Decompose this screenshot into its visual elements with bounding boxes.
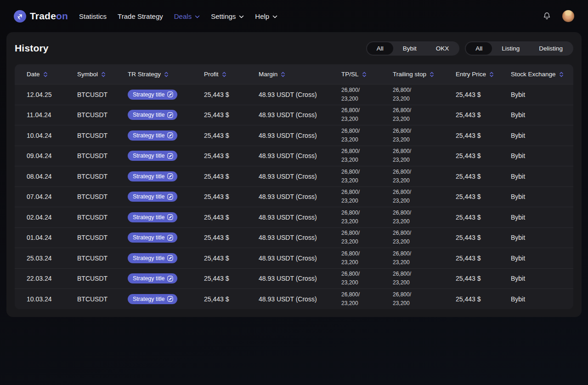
- strategy-badge[interactable]: Strategy title: [128, 151, 177, 161]
- strategy-badge[interactable]: Strategy title: [128, 273, 177, 283]
- cell-entry-price: 25,443 $: [456, 111, 511, 119]
- cell-tpsl: 26,800/ 23,200: [341, 106, 393, 124]
- cell-symbol: BTCUSDT: [77, 152, 128, 159]
- column-label: TR Strategy: [128, 71, 161, 78]
- cell-strategy: Strategy title: [128, 110, 204, 120]
- cell-entry-price: 25,443 $: [456, 234, 511, 241]
- column-header-margin[interactable]: Margin: [259, 71, 341, 78]
- table-header-row: Date Symbol TR Strategy Profit Margin: [15, 64, 573, 84]
- tp-value: 26,800/: [341, 188, 393, 197]
- trailing-tp-value: 26,800/: [393, 168, 456, 176]
- nav-item-label: Deals: [174, 12, 192, 20]
- cell-stock-exchange: Bybit: [511, 214, 573, 221]
- cell-date: 12.04.25: [27, 91, 77, 98]
- strategy-badge[interactable]: Strategy title: [128, 232, 177, 243]
- brand[interactable]: Tradeon: [14, 10, 68, 23]
- edit-icon: [167, 194, 173, 200]
- cell-trailing-stop: 26,800/ 23,200: [393, 147, 456, 164]
- listing-filter-all[interactable]: All: [466, 42, 492, 55]
- sl-value: 23,200: [341, 258, 393, 267]
- nav-item-statistics[interactable]: Statistics: [79, 10, 107, 23]
- nav-item-deals[interactable]: Deals: [174, 10, 200, 23]
- cell-trailing-stop: 26,800/ 23,200: [393, 168, 456, 185]
- column-header-date[interactable]: Date: [27, 71, 77, 78]
- column-header-profit[interactable]: Profit: [204, 71, 259, 78]
- column-header-tr-strategy[interactable]: TR Strategy: [128, 71, 204, 78]
- nav-item-label: Help: [255, 12, 269, 20]
- exchange-filter-bybit[interactable]: Bybit: [393, 42, 426, 55]
- listing-filter-delisting[interactable]: Delisting: [529, 42, 572, 55]
- cell-strategy: Strategy title: [128, 192, 204, 202]
- cell-margin: 48.93 USDT (Cross): [259, 234, 341, 241]
- tp-value: 26,800/: [341, 229, 393, 238]
- strategy-badge[interactable]: Strategy title: [128, 171, 177, 181]
- nav-item-help[interactable]: Help: [255, 10, 277, 23]
- trailing-tp-value: 26,800/: [393, 209, 456, 217]
- tp-value: 26,800/: [341, 106, 393, 115]
- cell-stock-exchange: Bybit: [511, 152, 573, 159]
- exchange-filter-all[interactable]: All: [367, 42, 393, 55]
- nav-item-trade-strategy[interactable]: Trade Strategy: [118, 10, 163, 23]
- column-header-entry-price[interactable]: Entry Price: [456, 71, 511, 78]
- strategy-badge[interactable]: Strategy title: [128, 192, 177, 202]
- nav-item-settings[interactable]: Settings: [211, 10, 244, 23]
- listing-filter-listing[interactable]: Listing: [492, 42, 529, 55]
- column-header-trailing-stop[interactable]: Trailing stop: [393, 71, 456, 78]
- trailing-sl-value: 23,200: [393, 136, 456, 144]
- cell-strategy: Strategy title: [128, 130, 204, 141]
- sl-value: 23,200: [341, 217, 393, 226]
- tp-value: 26,800/: [341, 270, 393, 278]
- cell-trailing-stop: 26,800/ 23,200: [393, 106, 456, 124]
- notifications-button[interactable]: [542, 11, 552, 22]
- cell-entry-price: 25,443 $: [456, 132, 511, 139]
- cell-symbol: BTCUSDT: [77, 132, 128, 139]
- tp-value: 26,800/: [341, 147, 393, 156]
- cell-stock-exchange: Bybit: [511, 91, 573, 98]
- page-title: History: [15, 43, 49, 54]
- table-row: 09.04.24 BTCUSDT Strategy title 25,443 $…: [15, 146, 573, 166]
- strategy-badge[interactable]: Strategy title: [128, 212, 177, 222]
- tp-value: 26,800/: [341, 209, 393, 217]
- cell-stock-exchange: Bybit: [511, 173, 573, 180]
- column-label: Date: [27, 71, 40, 78]
- column-header-stock-exchange[interactable]: Stock Exchange: [511, 71, 573, 78]
- cell-stock-exchange: Bybit: [511, 295, 573, 303]
- strategy-badge-label: Strategy title: [133, 132, 164, 139]
- cell-margin: 48.93 USDT (Cross): [259, 275, 341, 282]
- strategy-badge[interactable]: Strategy title: [128, 294, 177, 304]
- cell-trailing-stop: 26,800/ 23,200: [393, 86, 456, 103]
- sl-value: 23,200: [341, 299, 393, 308]
- chevron-down-icon: [272, 15, 277, 18]
- strategy-badge[interactable]: Strategy title: [128, 90, 177, 100]
- column-label: TP/SL: [341, 71, 359, 78]
- table-body: 12.04.25 BTCUSDT Strategy title 25,443 $…: [15, 84, 573, 309]
- cell-margin: 48.93 USDT (Cross): [259, 91, 341, 98]
- chevron-down-icon: [195, 15, 200, 18]
- sort-icon: [43, 71, 48, 78]
- edit-icon: [167, 91, 173, 97]
- column-header-symbol[interactable]: Symbol: [77, 71, 128, 78]
- cell-date: 08.04.24: [27, 173, 77, 180]
- strategy-badge[interactable]: Strategy title: [128, 110, 177, 120]
- nav-right: [542, 10, 574, 22]
- cell-symbol: BTCUSDT: [77, 234, 128, 241]
- trailing-sl-value: 23,200: [393, 258, 456, 267]
- strategy-badge[interactable]: Strategy title: [128, 130, 177, 141]
- strategy-badge[interactable]: Strategy title: [128, 253, 177, 263]
- strategy-badge-label: Strategy title: [133, 153, 164, 159]
- edit-icon: [167, 296, 173, 302]
- exchange-filter-okx[interactable]: OKX: [426, 42, 459, 55]
- trailing-sl-value: 23,200: [393, 197, 456, 205]
- sort-icon: [222, 71, 226, 78]
- sl-value: 23,200: [341, 238, 393, 246]
- trailing-sl-value: 23,200: [393, 299, 456, 308]
- cell-strategy: Strategy title: [128, 294, 204, 304]
- cell-profit: 25,443 $: [204, 193, 259, 200]
- cell-trailing-stop: 26,800/ 23,200: [393, 209, 456, 226]
- cell-date: 01.04.24: [27, 234, 77, 241]
- cell-profit: 25,443 $: [204, 275, 259, 282]
- avatar[interactable]: [562, 10, 574, 22]
- tp-value: 26,800/: [341, 249, 393, 258]
- cell-date: 25.03.24: [27, 255, 77, 262]
- column-header-tpsl[interactable]: TP/SL: [341, 71, 393, 78]
